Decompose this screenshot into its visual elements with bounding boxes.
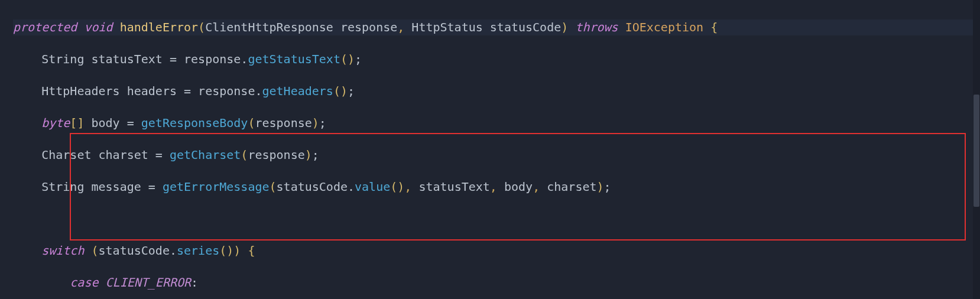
arg: statusText: [418, 180, 489, 194]
var: body: [91, 116, 119, 130]
var: headers: [127, 84, 177, 98]
var: statusText: [91, 52, 162, 66]
type-byte: byte: [41, 116, 70, 130]
var: message: [91, 180, 141, 194]
keyword-void: void: [84, 20, 112, 34]
exception-type: IOException: [625, 20, 703, 34]
ident: response: [184, 52, 241, 66]
type: String: [41, 52, 84, 66]
method-call: getErrorMessage: [163, 180, 270, 194]
code-line: Charset charset = getCharset(response);: [13, 147, 980, 163]
code-line-blank: [13, 211, 980, 227]
op: =: [141, 180, 163, 194]
keyword-case: case: [70, 275, 98, 290]
enum-const: CLIENT_ERROR: [106, 275, 192, 290]
code-line: switch (statusCode.series()) {: [13, 243, 980, 259]
ident: response: [198, 84, 255, 98]
ident: statusCode: [99, 243, 170, 258]
brace: {: [710, 20, 718, 34]
method-call: getResponseBody: [141, 116, 248, 130]
keyword-throws: throws: [575, 20, 618, 34]
method-call: series: [177, 243, 219, 258]
op: =: [120, 116, 141, 130]
arg: statusCode: [277, 180, 348, 194]
method-name: handleError: [120, 20, 198, 34]
type: HttpHeaders: [41, 84, 119, 98]
op: =: [163, 52, 184, 66]
type: String: [41, 180, 84, 194]
op: =: [148, 148, 170, 162]
scrollbar-thumb[interactable]: [973, 95, 979, 207]
code-line: byte[] body = getResponseBody(response);: [13, 115, 980, 131]
method-call: value: [355, 180, 390, 194]
param-name: response: [340, 20, 397, 34]
vertical-scrollbar[interactable]: [973, 0, 980, 299]
keyword-switch: switch: [41, 243, 84, 258]
method-call: getCharset: [170, 148, 241, 162]
arg: charset: [547, 180, 596, 194]
code-line: String statusText = response.getStatusTe…: [13, 51, 980, 67]
code-line: case CLIENT_ERROR:: [13, 275, 980, 291]
code-line: String message = getErrorMessage(statusC…: [13, 179, 980, 195]
op: =: [177, 84, 198, 98]
brackets: []: [70, 116, 84, 130]
method-call: getStatusText: [248, 52, 340, 66]
arg: response: [255, 116, 311, 130]
var: charset: [99, 148, 148, 162]
method-call: getHeaders: [262, 84, 333, 98]
param-name: statusCode: [490, 20, 561, 34]
param-type: ClientHttpResponse: [205, 20, 333, 34]
arg: body: [504, 180, 533, 194]
code-line: protected void handleError(ClientHttpRes…: [13, 20, 980, 35]
brace: {: [248, 243, 255, 258]
code-editor[interactable]: protected void handleError(ClientHttpRes…: [0, 0, 980, 299]
param-type: HttpStatus: [411, 20, 482, 34]
keyword-protected: protected: [13, 20, 77, 34]
type: Charset: [41, 148, 91, 162]
code-line: HttpHeaders headers = response.getHeader…: [13, 83, 980, 99]
arg: response: [248, 148, 304, 162]
